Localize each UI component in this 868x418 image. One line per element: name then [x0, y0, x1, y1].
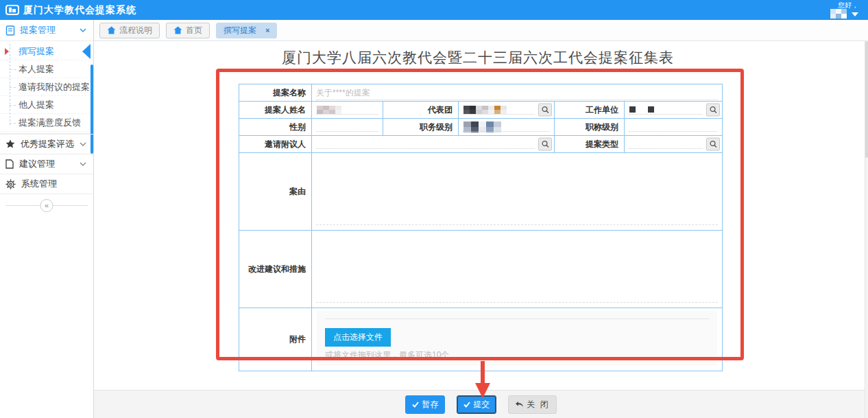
- field-label-work-unit: 工作单位: [555, 102, 625, 119]
- sidebar-item-others-proposals[interactable]: 他人提案: [0, 96, 93, 114]
- field-label-proposal-type: 提案类型: [555, 136, 625, 153]
- top-bar: 厦门大学教代会提案系统 您好，: [0, 0, 868, 20]
- search-icon: [542, 141, 549, 148]
- chevron-down-icon: [80, 142, 86, 146]
- sidebar-item-system-management[interactable]: 系统管理: [0, 174, 93, 194]
- sidebar-item-satisfaction-feedback[interactable]: 提案满意度反馈: [0, 114, 93, 132]
- sidebar-item-invited-proposals[interactable]: 邀请我附议的提案: [0, 78, 93, 96]
- title-level-input[interactable]: [625, 119, 723, 136]
- submit-button[interactable]: 提交: [457, 395, 496, 414]
- home-icon: [107, 26, 116, 34]
- redacted-delegation: [463, 106, 507, 114]
- sidebar-item-suggestion-management[interactable]: 建议管理: [0, 154, 93, 174]
- proposer-input[interactable]: [312, 102, 383, 119]
- greeting-text: 您好，: [838, 1, 858, 9]
- button-label: 关 闭: [527, 399, 549, 410]
- sidebar-item-write-proposal[interactable]: 撰写提案: [0, 43, 93, 60]
- undo-arrow-icon: [515, 401, 524, 408]
- gender-input[interactable]: [312, 119, 383, 136]
- sidebar-item-label: 提案满意度反馈: [19, 117, 81, 128]
- sidebar-item-label: 系统管理: [21, 178, 57, 190]
- sidebar-item-excellent-proposal[interactable]: 优秀提案评选: [0, 134, 93, 154]
- tab-write-proposal[interactable]: 撰写提案 ×: [216, 23, 277, 38]
- invite-seconder-input[interactable]: [312, 136, 555, 153]
- work-unit-lookup-button[interactable]: [706, 104, 720, 117]
- field-label-gender: 性别: [239, 119, 312, 136]
- field-label-suggestion: 改进建议和措施: [239, 231, 312, 308]
- field-label-attachment: 附件: [239, 308, 312, 371]
- invite-seconder-lookup-button[interactable]: [538, 138, 552, 151]
- proposal-type-input[interactable]: [625, 136, 723, 153]
- sidebar-collapse-button[interactable]: «: [40, 199, 53, 212]
- upload-drop-area[interactable]: 点击选择文件 或将文件拖到这里，最多可选10个: [317, 311, 717, 366]
- active-caret-icon: [5, 48, 9, 55]
- tab-label: 撰写提案: [224, 25, 256, 36]
- sidebar-collapse-row: «: [0, 194, 93, 217]
- suggestion-textarea[interactable]: [312, 231, 723, 308]
- user-menu[interactable]: 您好，: [830, 1, 858, 19]
- field-label-reason: 案由: [239, 153, 312, 231]
- delegation-input[interactable]: [459, 102, 555, 119]
- home-icon: [173, 26, 182, 34]
- sidebar-item-label: 邀请我附议的提案: [19, 82, 90, 92]
- work-unit-input[interactable]: [625, 102, 723, 119]
- field-label-proposal-name: 提案名称: [239, 84, 312, 102]
- sidebar-item-proposal-management[interactable]: 提案管理: [0, 20, 93, 41]
- delegation-lookup-button[interactable]: [538, 104, 552, 117]
- tab-label: 流程说明: [119, 25, 152, 36]
- proposal-submenu: 撰写提案 本人提案 邀请我附议的提案 他人提案 提案满意度反馈: [0, 41, 93, 134]
- app-title: 厦门大学教代会提案系统: [23, 4, 136, 16]
- app-window: 厦门大学教代会提案系统 您好， 提案管理 撰写提案 本人提: [0, 0, 868, 418]
- check-icon: [412, 402, 419, 408]
- field-label-invite-seconder: 邀请附议人: [239, 136, 312, 153]
- reason-textarea[interactable]: [312, 153, 723, 231]
- sidebar-item-label: 本人提案: [19, 64, 54, 74]
- redacted-proposer-name: [317, 106, 341, 114]
- proposal-form-table: 提案名称 提案人姓名 代表团: [239, 84, 723, 371]
- file-icon: [5, 159, 14, 169]
- close-icon[interactable]: ×: [265, 26, 269, 34]
- position-level-input[interactable]: [459, 119, 555, 136]
- scrollbar-thumb[interactable]: [865, 41, 868, 158]
- chevron-down-icon: [80, 162, 86, 166]
- field-label-proposer: 提案人姓名: [239, 102, 312, 119]
- sidebar-item-label: 撰写提案: [19, 46, 54, 56]
- save-draft-button[interactable]: 暂存: [405, 395, 445, 414]
- sidebar-item-label: 提案管理: [20, 24, 56, 36]
- attachment-cell: 点击选择文件 或将文件拖到这里，最多可选10个: [312, 308, 723, 371]
- page-title: 厦门大学八届六次教代会暨二十三届六次工代会提案征集表: [94, 48, 862, 67]
- proposal-name-input[interactable]: [316, 85, 718, 100]
- tab-home[interactable]: 首页: [166, 23, 210, 38]
- search-icon: [710, 106, 717, 114]
- check-icon: [463, 402, 470, 408]
- sidebar: 提案管理 撰写提案 本人提案 邀请我附议的提案 他人提案 提案满意度反馈 优秀提…: [0, 20, 94, 418]
- star-icon: [5, 139, 15, 149]
- search-icon: [710, 141, 717, 148]
- chevron-down-icon: [80, 28, 86, 32]
- button-label: 提交: [473, 399, 490, 410]
- document-icon: [5, 25, 15, 36]
- close-button[interactable]: 关 闭: [508, 395, 556, 414]
- divider: [325, 318, 709, 319]
- sidebar-item-label: 建议管理: [19, 158, 55, 170]
- field-label-position-level: 职务级别: [383, 119, 459, 136]
- tab-process-description[interactable]: 流程说明: [99, 23, 160, 38]
- app-logo-icon: [5, 5, 19, 15]
- tab-bar: 流程说明 首页 撰写提案 ×: [94, 20, 868, 41]
- field-label-delegation: 代表团: [383, 102, 459, 119]
- sidebar-item-my-proposals[interactable]: 本人提案: [0, 60, 93, 78]
- tab-label: 首页: [186, 25, 202, 36]
- sidebar-item-label: 优秀提案评选: [21, 138, 74, 150]
- button-label: 暂存: [422, 399, 438, 410]
- redacted-work-unit: [629, 106, 654, 113]
- sidebar-item-label: 他人提案: [19, 100, 54, 110]
- chevron-down-icon: [852, 12, 858, 16]
- choose-file-button[interactable]: 点击选择文件: [325, 328, 391, 347]
- footer-bar: 暂存 提交 关 闭: [94, 390, 868, 418]
- gear-icon: [5, 179, 16, 189]
- search-icon: [542, 106, 549, 114]
- page-scrollbar[interactable]: [865, 41, 868, 418]
- active-indicator-icon: [82, 44, 91, 59]
- proposal-type-lookup-button[interactable]: [706, 138, 720, 151]
- redacted-username: [830, 9, 847, 19]
